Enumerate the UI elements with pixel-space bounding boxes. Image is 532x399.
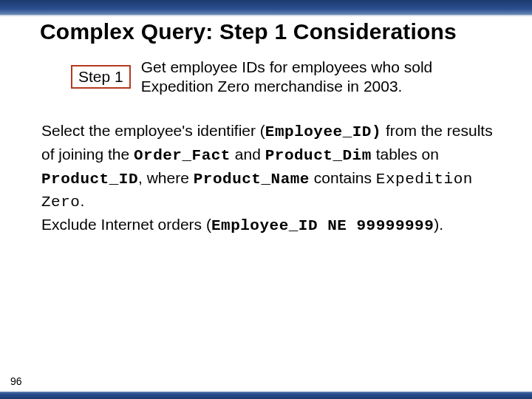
step-label-box: Step 1 bbox=[71, 65, 131, 89]
code-employee-id: Employee_ID) bbox=[265, 123, 381, 140]
body-p1d: tables on bbox=[372, 146, 439, 163]
code-order-fact: Order_Fact bbox=[134, 147, 231, 164]
step-description: Get employee IDs for employees who sold … bbox=[141, 58, 433, 97]
step-desc-line1: Get employee IDs for employees who sold bbox=[141, 58, 433, 75]
footer-band bbox=[0, 392, 532, 399]
body-p1e: , where bbox=[138, 169, 194, 186]
code-product-id: Product_ID bbox=[41, 171, 138, 188]
slide-title: Complex Query: Step 1 Considerations bbox=[40, 19, 532, 44]
step-row: Step 1 Get employee IDs for employees wh… bbox=[71, 58, 502, 97]
step-desc-line2: Expedition Zero merchandise in 2003. bbox=[141, 78, 403, 95]
body-p1g: . bbox=[80, 192, 84, 209]
body-paragraph: Select the employee's identifier (Employ… bbox=[41, 120, 502, 237]
body-p2b: ). bbox=[434, 216, 443, 233]
page-number: 96 bbox=[10, 375, 22, 387]
body-p1f: contains bbox=[310, 169, 376, 186]
code-employee-id-ne: Employee_ID NE 99999999 bbox=[211, 217, 434, 234]
code-product-name: Product_Name bbox=[194, 171, 310, 188]
code-product-dim: Product_Dim bbox=[265, 147, 372, 164]
header-band bbox=[0, 0, 532, 15]
body-p1a: Select the employee's identifier ( bbox=[41, 122, 265, 139]
body-p2a: Exclude Internet orders ( bbox=[41, 216, 211, 233]
body-p1c: and bbox=[231, 146, 265, 163]
header-divider bbox=[0, 15, 532, 16]
